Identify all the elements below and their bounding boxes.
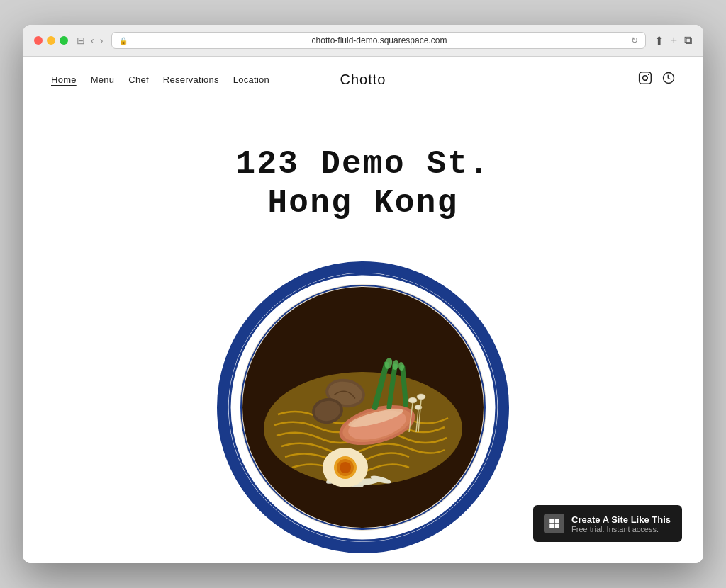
yelp-icon[interactable] [662, 71, 675, 89]
toast-notification[interactable]: Create A Site Like This Free trial. Inst… [533, 505, 682, 542]
maximize-button[interactable] [60, 36, 68, 45]
svg-point-44 [305, 285, 308, 288]
nav-reservations[interactable]: Reservations [163, 74, 219, 85]
browser-chrome: ⊟ ‹ › 🔒 chotto-fluid-demo.squarespace.co… [23, 25, 703, 57]
minimize-button[interactable] [47, 36, 55, 45]
browser-actions: ⬆ + ⧉ [654, 34, 692, 47]
svg-rect-0 [640, 72, 652, 84]
nav-chef[interactable]: Chef [128, 74, 149, 85]
browser-window: ⊟ ‹ › 🔒 chotto-fluid-demo.squarespace.co… [23, 25, 703, 563]
instagram-icon[interactable] [638, 71, 652, 89]
browser-controls: ⊟ ‹ › [77, 35, 103, 46]
svg-rect-49 [549, 524, 554, 528]
address-section: 123 Demo St. Hong Kong [222, 103, 505, 251]
tab-overview-icon[interactable]: ⧉ [684, 34, 692, 47]
nav-left: Home Menu Chef Reservations Location [51, 74, 269, 85]
reload-icon[interactable]: ↻ [631, 35, 638, 45]
nav-home[interactable]: Home [51, 74, 77, 85]
svg-point-42 [333, 273, 336, 276]
svg-point-2 [648, 74, 649, 75]
main-content: 123 Demo St. Hong Kong [23, 103, 703, 563]
svg-rect-47 [549, 519, 554, 523]
toast-text-container: Create A Site Like This Free trial. Inst… [571, 514, 671, 533]
svg-point-40 [362, 270, 364, 273]
address-bar[interactable]: 🔒 chotto-fluid-demo.squarespace.com ↻ [111, 32, 645, 49]
navigation: Home Menu Chef Reservations Location Cho… [23, 57, 703, 103]
ramen-bowl-image [214, 259, 512, 556]
svg-point-1 [643, 76, 648, 81]
address-line2: Hong Kong [236, 184, 491, 223]
toast-sub-text: Free trial. Instant access. [571, 525, 671, 533]
new-tab-icon[interactable]: + [671, 34, 677, 47]
svg-point-27 [417, 394, 425, 400]
address-line1: 123 Demo St. [236, 145, 491, 184]
svg-point-17 [340, 462, 351, 473]
traffic-lights [34, 36, 68, 45]
svg-point-41 [390, 273, 393, 276]
svg-rect-48 [555, 519, 559, 523]
close-button[interactable] [34, 36, 43, 45]
back-icon[interactable]: ‹ [91, 35, 94, 46]
nav-right [638, 71, 675, 89]
lock-icon: 🔒 [119, 37, 128, 45]
nav-menu[interactable]: Menu [91, 74, 115, 85]
svg-point-26 [408, 397, 417, 403]
svg-rect-50 [555, 524, 559, 528]
website: Home Menu Chef Reservations Location Cho… [23, 57, 703, 563]
url-text: chotto-fluid-demo.squarespace.com [132, 35, 626, 45]
squarespace-logo-icon [544, 514, 564, 533]
svg-point-43 [418, 285, 421, 288]
brand-name[interactable]: Chotto [340, 72, 386, 88]
share-icon[interactable]: ⬆ [654, 34, 664, 47]
forward-icon[interactable]: › [100, 35, 104, 46]
bowl-container: Create A Site Like This Free trial. Inst… [23, 251, 703, 563]
nav-location[interactable]: Location [233, 74, 269, 85]
sidebar-toggle-icon[interactable]: ⊟ [77, 35, 85, 46]
toast-main-text: Create A Site Like This [571, 514, 671, 525]
